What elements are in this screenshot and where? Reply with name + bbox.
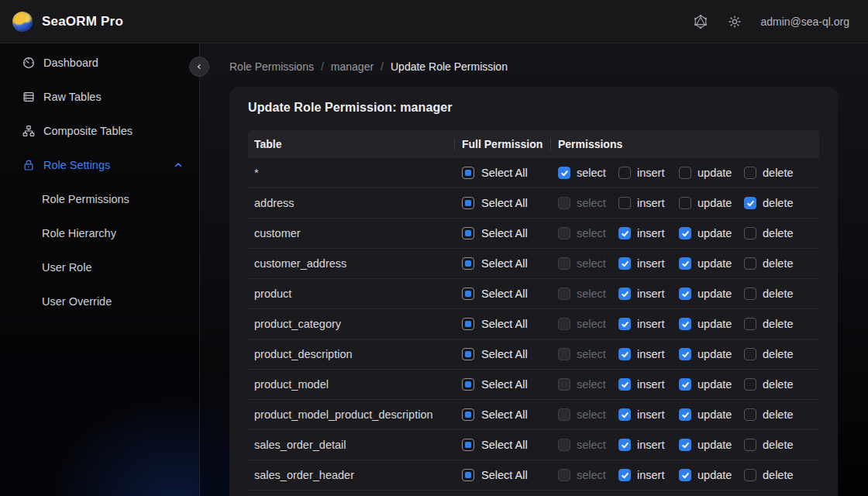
delete-checkbox[interactable] <box>744 408 756 421</box>
permissions-cell: selectinsertupdatedelete <box>558 288 819 300</box>
update-checkbox[interactable] <box>679 197 691 209</box>
select-all-checkbox[interactable] <box>462 378 474 391</box>
update-checkbox[interactable] <box>679 318 691 330</box>
sidebar-subitem-user-override[interactable]: User Override <box>0 285 199 318</box>
perm-label: insert <box>637 167 664 179</box>
lock-icon <box>22 158 36 172</box>
update-checkbox[interactable] <box>679 257 691 270</box>
table-body: *Select Allselectinsertupdatedeleteaddre… <box>248 158 819 491</box>
insert-checkbox[interactable] <box>618 378 631 391</box>
sidebar-item-dashboard[interactable]: Dashboard <box>0 46 199 79</box>
insert-checkbox[interactable] <box>618 288 631 300</box>
update-checkbox[interactable] <box>679 378 691 391</box>
user-email[interactable]: admin@sea-ql.org <box>760 16 849 28</box>
insert-checkbox[interactable] <box>618 227 631 239</box>
insert-checkbox[interactable] <box>618 167 631 179</box>
sidebar-subitem-role-hierarchy[interactable]: Role Hierarchy <box>0 217 199 250</box>
update-checkbox[interactable] <box>679 439 691 451</box>
delete-checkbox[interactable] <box>744 197 756 209</box>
full-permission-cell: Select All <box>462 227 558 239</box>
perm-update: update <box>679 197 744 209</box>
select-all-checkbox[interactable] <box>462 197 474 209</box>
permissions-cell: selectinsertupdatedelete <box>558 227 819 239</box>
select-all-checkbox[interactable] <box>462 469 474 481</box>
perm-insert: insert <box>618 288 679 300</box>
breadcrumb-item[interactable]: manager <box>331 60 374 73</box>
hierarchy-icon <box>22 124 36 138</box>
sidebar-collapse-button[interactable] <box>189 57 209 77</box>
sidebar-item-raw-tables[interactable]: Raw Tables <box>0 81 199 113</box>
table-name-cell: * <box>248 167 462 179</box>
graphql-icon[interactable] <box>692 13 709 30</box>
perm-label: insert <box>637 227 664 239</box>
perm-label: update <box>698 318 732 330</box>
insert-checkbox[interactable] <box>618 408 631 421</box>
sidebar-subitem-role-permissions[interactable]: Role Permissions <box>0 183 199 215</box>
insert-checkbox[interactable] <box>618 439 631 451</box>
delete-checkbox[interactable] <box>744 318 756 330</box>
delete-checkbox[interactable] <box>744 348 756 360</box>
select-all-checkbox[interactable] <box>462 408 474 421</box>
insert-checkbox[interactable] <box>618 469 631 481</box>
table-row: product_modelSelect Allselectinsertupdat… <box>248 370 819 400</box>
perm-select: select <box>558 197 618 209</box>
select-all-checkbox[interactable] <box>462 227 474 239</box>
update-checkbox[interactable] <box>679 227 691 239</box>
delete-checkbox[interactable] <box>744 227 756 239</box>
table-row: *Select Allselectinsertupdatedelete <box>248 158 819 188</box>
delete-checkbox[interactable] <box>744 378 756 391</box>
brand: SeaORM Pro <box>12 12 123 32</box>
sun-icon[interactable] <box>726 13 743 30</box>
perm-label: select <box>577 439 606 451</box>
breadcrumb-separator: / <box>381 60 384 73</box>
insert-checkbox[interactable] <box>618 348 631 360</box>
sidebar-subitem-user-role[interactable]: User Role <box>0 251 199 284</box>
full-permission-cell: Select All <box>462 257 558 270</box>
perm-select: select <box>558 167 618 179</box>
insert-checkbox[interactable] <box>618 318 631 330</box>
table-name-cell: product_model_product_description <box>248 408 462 421</box>
select-all-checkbox[interactable] <box>462 257 474 270</box>
update-checkbox[interactable] <box>679 348 691 360</box>
update-checkbox[interactable] <box>679 288 691 300</box>
table-row: customerSelect Allselectinsertupdatedele… <box>248 219 819 249</box>
select-all-checkbox[interactable] <box>462 318 474 330</box>
select-all-checkbox[interactable] <box>462 288 474 300</box>
perm-label: select <box>577 288 606 300</box>
select-all-checkbox[interactable] <box>462 167 474 179</box>
perm-label: delete <box>763 197 794 209</box>
insert-checkbox[interactable] <box>618 257 631 270</box>
delete-checkbox[interactable] <box>744 257 756 270</box>
select-checkbox[interactable] <box>558 167 570 179</box>
delete-checkbox[interactable] <box>744 439 756 451</box>
select-checkbox <box>558 408 570 421</box>
sidebar-item-composite-tables[interactable]: Composite Tables <box>0 115 199 147</box>
perm-label: delete <box>763 257 794 270</box>
delete-checkbox[interactable] <box>744 167 756 179</box>
select-checkbox <box>558 227 570 239</box>
delete-checkbox[interactable] <box>744 288 756 300</box>
table-name-cell: customer <box>248 227 462 239</box>
perm-label: update <box>698 348 732 360</box>
perm-update: update <box>679 439 744 451</box>
sidebar-item-role-settings[interactable]: Role Settings <box>0 149 199 181</box>
breadcrumb-item[interactable]: Role Permissions <box>229 60 314 73</box>
perm-label: delete <box>763 167 794 179</box>
select-all-checkbox[interactable] <box>462 348 474 360</box>
perm-label: select <box>577 408 606 421</box>
delete-checkbox[interactable] <box>744 469 756 481</box>
perm-label: select <box>577 318 606 330</box>
update-checkbox[interactable] <box>679 167 691 179</box>
update-role-permission-card: Update Role Permission: manager Table Fu… <box>229 87 838 496</box>
perm-label: update <box>698 439 732 451</box>
update-checkbox[interactable] <box>679 408 691 421</box>
table-name-cell: product_category <box>248 318 462 330</box>
table-name-cell: product_model <box>248 378 462 391</box>
gauge-icon <box>22 56 36 70</box>
insert-checkbox[interactable] <box>618 197 631 209</box>
perm-insert: insert <box>618 469 679 481</box>
select-checkbox <box>558 378 570 391</box>
update-checkbox[interactable] <box>679 469 691 481</box>
select-all-checkbox[interactable] <box>462 439 474 451</box>
perm-label: update <box>698 408 732 421</box>
